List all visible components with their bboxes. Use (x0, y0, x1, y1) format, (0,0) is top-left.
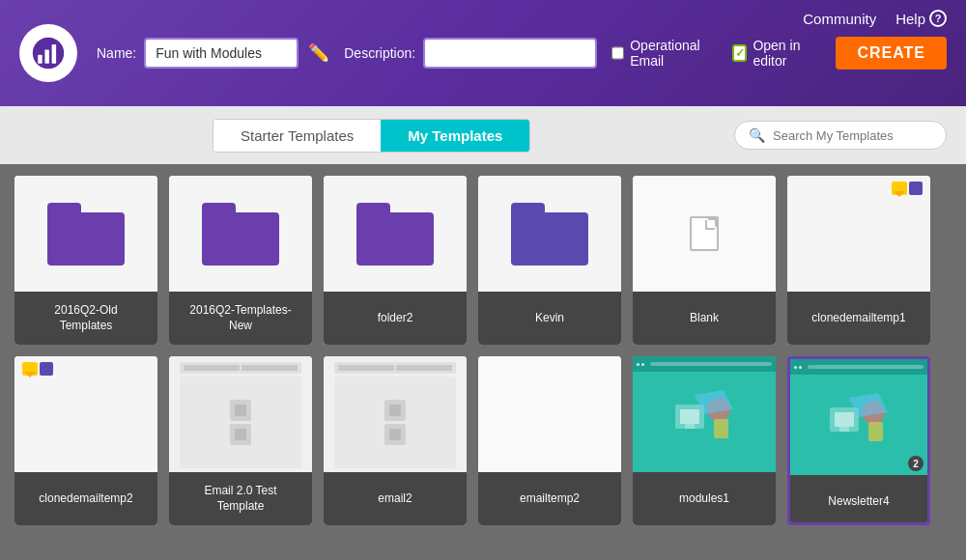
card-label: 2016Q2-OldTemplates (14, 292, 157, 345)
operational-email-group: Operational Email (611, 38, 718, 69)
description-label: Description: (344, 45, 415, 61)
template-folder2[interactable]: folder2 (324, 176, 467, 345)
card-label: emailtemp2 (478, 472, 621, 525)
card-preview (478, 176, 621, 292)
search-box: 🔍 (734, 121, 947, 150)
grid-row-2: clonedemailtemp2 Email 2.0 TestTempl (14, 356, 952, 525)
tab-starter-templates[interactable]: Starter Templates (213, 120, 381, 152)
template-clonedemail2[interactable]: clonedemailtemp2 (14, 356, 157, 525)
card-label: Kevin (478, 292, 621, 345)
description-group: Description: (344, 38, 597, 69)
template-kevin[interactable]: Kevin (478, 176, 621, 345)
card-preview (324, 176, 467, 292)
name-label: Name: (97, 45, 136, 61)
folder-icon (202, 203, 279, 266)
help-icon: ? (929, 10, 947, 27)
search-input[interactable] (773, 128, 927, 143)
folder-icon (47, 203, 125, 266)
header-form: Name: ✏️ Description: Operational Email … (97, 37, 947, 70)
card-label: 2016Q2-Templates-New (169, 292, 312, 345)
card-label: modules1 (633, 472, 776, 525)
create-button[interactable]: CREATE (836, 37, 947, 70)
template-email2[interactable]: email2 (324, 356, 467, 525)
card-preview (169, 356, 312, 472)
template-clonedemail1[interactable]: clonedemailtemp1 (787, 176, 930, 345)
folder-icon (511, 203, 588, 266)
svg-rect-6 (685, 424, 695, 429)
toolbar: Starter Templates My Templates 🔍 (0, 106, 966, 164)
header: Community Help ? Name: ✏️ Description: O… (0, 0, 966, 106)
card-label: Blank (633, 292, 776, 345)
card-preview (14, 356, 157, 472)
badge-number: 2 (908, 456, 923, 471)
open-in-editor-group: Open in editor (732, 38, 821, 69)
open-in-editor-label: Open in editor (753, 38, 821, 69)
card-preview (787, 176, 930, 292)
search-icon: 🔍 (749, 127, 765, 143)
card-label: clonedemailtemp2 (14, 472, 157, 525)
card-preview (478, 356, 621, 472)
svg-rect-8 (714, 419, 728, 438)
svg-rect-2 (44, 49, 49, 63)
card-label: email2 (324, 472, 467, 525)
svg-rect-1 (38, 55, 43, 64)
grid-row-1: 2016Q2-OldTemplates 2016Q2-Templates-New… (14, 176, 952, 345)
svg-rect-14 (868, 422, 883, 441)
template-blank[interactable]: Blank (633, 176, 776, 345)
operational-email-label: Operational Email (630, 38, 718, 69)
svg-rect-3 (52, 44, 57, 64)
card-label: clonedemailtemp1 (787, 292, 930, 345)
card-label: folder2 (324, 292, 467, 345)
tab-my-templates[interactable]: My Templates (381, 120, 529, 152)
help-label: Help (895, 11, 925, 27)
card-preview (633, 176, 776, 292)
community-link[interactable]: Community (803, 11, 876, 27)
card-label: Email 2.0 TestTemplate (169, 472, 312, 525)
pencil-icon: ✏️ (308, 42, 329, 64)
template-2016q2old[interactable]: 2016Q2-OldTemplates (14, 176, 157, 345)
template-newsletter4[interactable]: 2 Newsletter4 (787, 356, 930, 525)
template-2016q2new[interactable]: 2016Q2-Templates-New (169, 176, 312, 345)
svg-rect-12 (839, 427, 849, 432)
description-input[interactable] (423, 38, 597, 69)
card-preview: 2 (790, 359, 927, 475)
name-group: Name: ✏️ (97, 38, 329, 69)
template-grid: 2016Q2-OldTemplates 2016Q2-Templates-New… (0, 164, 966, 560)
folder-icon (356, 203, 434, 266)
blank-doc-icon (690, 216, 719, 251)
template-emailtemp2[interactable]: emailtemp2 (478, 356, 621, 525)
template-email2test[interactable]: Email 2.0 TestTemplate (169, 356, 312, 525)
card-preview (14, 176, 157, 292)
svg-rect-5 (680, 409, 699, 424)
help-link[interactable]: Help ? (895, 10, 947, 27)
app-logo[interactable] (19, 24, 77, 82)
tab-group: Starter Templates My Templates (213, 119, 530, 153)
card-preview (324, 356, 467, 472)
svg-rect-11 (835, 412, 854, 427)
card-label: Newsletter4 (790, 475, 927, 525)
open-in-editor-checkbox[interactable] (732, 44, 747, 62)
name-input[interactable] (144, 38, 298, 69)
card-preview (169, 176, 312, 292)
header-nav: Community Help ? (803, 10, 947, 27)
card-preview (633, 356, 776, 472)
template-modules1[interactable]: modules1 (633, 356, 776, 525)
operational-email-checkbox[interactable] (611, 45, 624, 61)
